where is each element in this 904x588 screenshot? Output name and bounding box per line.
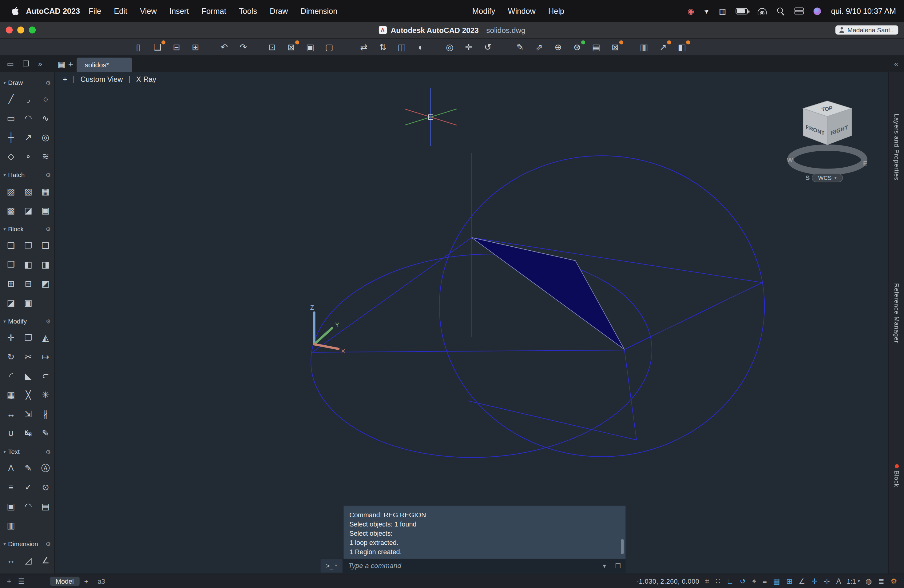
align-text-icon[interactable]: ≡ [8, 482, 13, 491]
minimize-window-button[interactable] [17, 27, 24, 33]
trim-icon[interactable]: ✂ [25, 352, 32, 361]
copy-history-icon[interactable]: ❐ [611, 562, 626, 569]
palette-header-draw[interactable]: ▾Draw⚙ [0, 77, 54, 88]
menu-modify[interactable]: Modify [466, 7, 501, 15]
ucs-y-axis[interactable] [314, 328, 332, 345]
menu-view[interactable]: View [134, 7, 163, 15]
section-settings-gear-icon[interactable]: ⚙ [46, 172, 51, 178]
block-editor-icon[interactable]: ⊞ [7, 279, 15, 288]
menu-dimension[interactable]: Dimension [294, 7, 344, 15]
model-tab[interactable]: Model [50, 577, 79, 586]
spell-check-icon[interactable]: ✓ [25, 482, 32, 491]
command-window[interactable]: Command: REG REGIONSelect objects: 1 fou… [321, 506, 626, 573]
web-update-icon[interactable]: ⊕ [552, 43, 564, 51]
palette-header-dimension[interactable]: ▾Dimension⚙ [0, 538, 54, 550]
stretch-icon[interactable]: ↔ [7, 409, 15, 418]
edit-text-icon[interactable]: ✎ [25, 464, 32, 473]
text-style-icon[interactable]: Ⓐ [41, 464, 50, 473]
dynamic-ucs-icon[interactable]: ✛ [810, 577, 819, 585]
dynamic-input-icon[interactable]: ⊹ [823, 577, 831, 585]
recent-commands-icon[interactable]: ▾ [598, 562, 610, 569]
layout-tab-a3[interactable]: a3 [98, 578, 105, 585]
redo-icon[interactable]: ↷ [238, 43, 250, 51]
count-icon[interactable]: ▥ [638, 43, 650, 51]
ray-icon[interactable]: ↗ [25, 133, 32, 141]
palette-header-text[interactable]: ▾Text⚙ [0, 446, 54, 457]
orbit-icon[interactable]: ↺ [482, 43, 494, 51]
pan-icon[interactable]: ✛ [463, 43, 475, 51]
section-settings-gear-icon[interactable]: ⚙ [46, 318, 51, 324]
batch-plot-icon[interactable]: ⊠ [285, 43, 297, 51]
plot-icon[interactable]: ⊡ [266, 43, 278, 51]
cone-base-ellipse-1[interactable] [306, 245, 657, 466]
start-tab-icon[interactable]: ▦ [58, 59, 65, 68]
dock-tab-block[interactable]: Block [889, 464, 904, 487]
find-text-icon[interactable]: ⊙ [42, 482, 49, 491]
palette-header-hatch[interactable]: ▾Hatch⚙ [0, 169, 54, 180]
set-base-point-icon[interactable]: ⊟ [25, 279, 32, 288]
control-center-icon[interactable] [795, 7, 804, 14]
ucs-x-mark[interactable]: ✕ [341, 348, 346, 354]
spline-icon[interactable]: ∿ [42, 114, 49, 122]
new-tab-button[interactable]: + [68, 59, 73, 69]
extend-icon[interactable]: ↦ [42, 352, 49, 361]
save-icon[interactable]: ⊟ [171, 43, 182, 51]
region-solid[interactable] [472, 238, 624, 350]
new-file-icon[interactable]: ▯ [133, 43, 144, 51]
cone-base-ellipse-0[interactable] [439, 156, 765, 457]
drawing-line-4[interactable] [624, 283, 762, 350]
move-icon[interactable]: ✛ [7, 334, 15, 342]
drawing-canvas[interactable]: ZY✕ + | Custom View | X-Ray W S E TOP [55, 72, 888, 574]
signed-in-user[interactable]: Madalena Sant.. [835, 25, 898, 35]
pointer-icon[interactable]: ➤ [702, 6, 711, 16]
page-setup-icon[interactable]: ▢ [324, 43, 335, 51]
viewcube[interactable]: W S E TOP FRONT RIGHT WCS ▾ [781, 92, 874, 207]
zoom-window-icon[interactable]: ◎ [444, 43, 456, 51]
menu-file[interactable]: File [82, 7, 107, 15]
image-adjust-icon[interactable]: ◐ [415, 43, 427, 51]
viewport-view-button[interactable]: Custom View [81, 76, 123, 84]
menubar-app-name[interactable]: AutoCAD 2023 [26, 7, 80, 15]
selection-cycling-icon[interactable]: ⊞ [785, 577, 793, 585]
define-attribute-icon[interactable]: ◧ [24, 260, 33, 269]
angular-dimension-icon[interactable]: ∠ [41, 556, 49, 564]
share-view-icon[interactable]: ⇗ [533, 43, 545, 51]
collapse-panel-icon[interactable]: « [894, 59, 904, 68]
tab-overflow-icon[interactable]: » [38, 59, 43, 68]
search-icon[interactable] [777, 7, 785, 15]
xref-attach-icon[interactable]: ◫ [396, 43, 408, 51]
viewport-menu-button[interactable]: + [63, 76, 67, 84]
create-block-icon[interactable]: ❐ [24, 241, 32, 250]
block-palette-icon[interactable]: ▣ [24, 298, 33, 307]
edit-attribute-icon[interactable]: ◨ [41, 260, 50, 269]
drawing-svg[interactable]: ZY✕ [55, 72, 888, 574]
export-icon[interactable]: ⇅ [377, 43, 389, 51]
layout-switch-icon[interactable]: ❐ [23, 59, 30, 68]
new-drawing-icon[interactable]: ▭ [7, 59, 14, 68]
compass-east-label[interactable]: E [863, 160, 868, 167]
insert-block-icon[interactable]: ❏ [7, 241, 15, 250]
pdf-import-icon[interactable]: ▥ [7, 521, 15, 529]
point-icon[interactable]: ∘ [25, 152, 31, 160]
text-frame-icon[interactable]: ▣ [7, 501, 15, 510]
screen-record-icon[interactable]: ◉ [687, 7, 694, 15]
gradient-fill-icon[interactable]: ◪ [24, 206, 33, 214]
edit-block-icon[interactable]: ❑ [41, 241, 49, 250]
menu-window[interactable]: Window [501, 7, 542, 15]
battery-icon[interactable] [736, 8, 748, 14]
markup-assist-icon[interactable]: ◧ [676, 43, 688, 51]
dwg-compare-icon[interactable]: ⊠ [609, 43, 621, 51]
command-scrollbar[interactable] [621, 539, 624, 554]
customization-icon[interactable]: ≣ [877, 577, 885, 585]
palette-header-block[interactable]: ▾Block⚙ [0, 223, 54, 235]
collaborate-icon[interactable]: ⊛ [571, 43, 583, 51]
isolate-objects-icon[interactable]: ◍ [864, 577, 873, 585]
fillet-icon[interactable]: ◜ [9, 371, 13, 380]
polyline-icon[interactable]: ◞ [27, 95, 30, 103]
arc-text-icon[interactable]: ◠ [25, 501, 32, 510]
3d-osnap-icon[interactable]: ∠ [798, 577, 806, 585]
ellipse-icon[interactable]: ◎ [42, 133, 49, 141]
zoom-window-button[interactable] [29, 27, 36, 33]
dock-tab-layers-and-properties[interactable]: Layers and Properties [889, 114, 904, 180]
send-feedback-icon[interactable]: ↗ [657, 43, 669, 51]
